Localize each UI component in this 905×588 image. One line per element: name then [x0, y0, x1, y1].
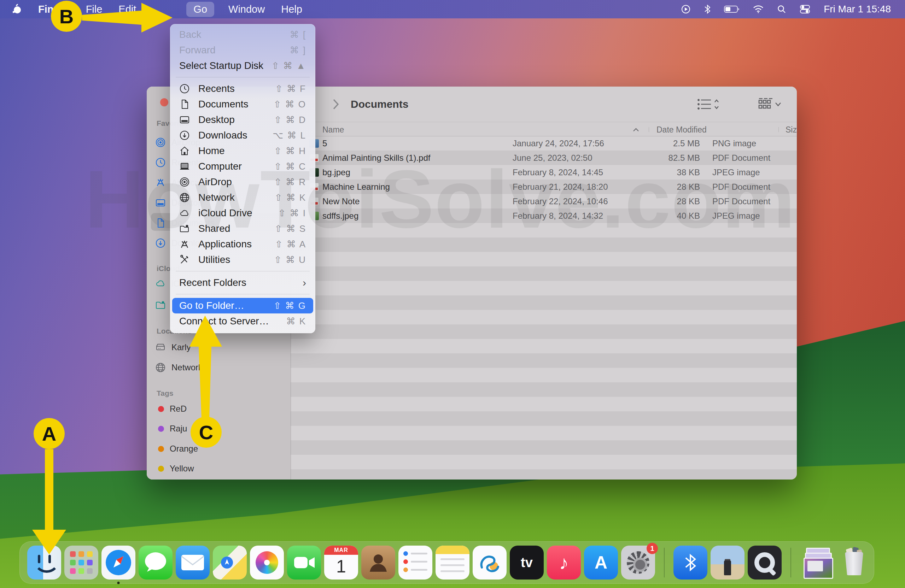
column-size[interactable]: Size: [786, 125, 797, 134]
menu-item-downloads[interactable]: Downloads ⌥ ⌘ L: [170, 128, 315, 143]
file-row[interactable]: 5 January 24, 2024, 17:56 2.5 MB PNG ima…: [291, 136, 797, 151]
file-row[interactable]: Animal Painting Skills (1).pdf June 25, …: [291, 151, 797, 165]
sidebar-item-karly[interactable]: Karly: [147, 338, 291, 357]
menu-item-recent-folders[interactable]: Recent Folders ›: [170, 275, 315, 290]
dock-notes[interactable]: [435, 545, 470, 580]
empty-row: [291, 469, 797, 480]
menu-bar-clock[interactable]: Fri Mar 1 15:48: [824, 3, 891, 15]
battery-icon[interactable]: [724, 5, 740, 13]
close-window-button[interactable]: [160, 98, 168, 106]
dock-trash[interactable]: [837, 545, 871, 580]
menu-separator: [176, 77, 310, 78]
dock-contacts[interactable]: [361, 545, 395, 580]
empty-row: [291, 266, 797, 281]
gear-hub: [633, 558, 647, 572]
file-row[interactable]: bg.jpeg February 8, 2024, 14:45 38 KB JP…: [291, 165, 797, 179]
image-capture-device: [724, 560, 731, 575]
tag-dot-yellow: [158, 466, 164, 472]
column-name[interactable]: Name: [322, 125, 344, 134]
menu-item-recents[interactable]: Recents ⇧ ⌘ F: [170, 81, 315, 97]
list-view-icon[interactable]: [697, 98, 720, 111]
menu-item-desktop[interactable]: Desktop ⇧ ⌘ D: [170, 112, 315, 128]
wifi-icon[interactable]: [753, 5, 764, 13]
dock-freeform[interactable]: [473, 545, 506, 580]
dock-photos[interactable]: [250, 545, 284, 580]
sort-ascending-icon[interactable]: [633, 128, 639, 132]
dock-messages[interactable]: [138, 545, 173, 580]
column-divider[interactable]: [778, 127, 779, 132]
appstore-a-glyph: A: [595, 552, 607, 573]
dock-bluetooth-exchange[interactable]: [673, 545, 707, 580]
dock-maps[interactable]: [213, 545, 247, 580]
menu-item-computer[interactable]: Computer ⇧ ⌘ C: [170, 158, 315, 174]
menu-item-airdrop[interactable]: AirDrop ⇧ ⌘ R: [170, 174, 315, 190]
document-icon: [179, 99, 191, 109]
empty-row: [291, 353, 797, 368]
go-menu: Back ⌘ [ Forward ⌘ ] Select Startup Disk…: [170, 24, 315, 333]
annotation-circle-b: B: [51, 1, 82, 32]
menu-separator: [176, 271, 310, 271]
bluetooth-icon[interactable]: [704, 4, 711, 14]
menu-item-select-startup-disk[interactable]: Select Startup Disk ⇧ ⌘ ▲: [170, 58, 315, 73]
tag-dot-red: [158, 406, 164, 412]
menu-item-go-to-folder[interactable]: Go to Folder… ⇧ ⌘ G: [172, 298, 313, 314]
annotation-circle-c: C: [191, 417, 222, 448]
calendar-day: 1: [324, 555, 358, 578]
menu-go[interactable]: Go: [186, 2, 214, 17]
menu-item-forward[interactable]: Forward ⌘ ]: [170, 43, 315, 58]
menu-window[interactable]: Window: [229, 3, 265, 15]
dock-quicktime[interactable]: [748, 545, 782, 580]
file-row[interactable]: sdffs.jpeg February 8, 2024, 14:32 40 KB…: [291, 209, 797, 223]
dock-mail[interactable]: [176, 545, 210, 580]
file-row[interactable]: Machine Learning February 21, 2024, 18:2…: [291, 179, 797, 194]
dock-system-settings[interactable]: 1: [621, 545, 655, 580]
menu-item-network[interactable]: Network ⇧ ⌘ K: [170, 190, 315, 205]
column-date-modified[interactable]: Date Modified: [656, 125, 707, 134]
menu-item-documents[interactable]: Documents ⇧ ⌘ O: [170, 97, 315, 112]
dock-launchpad[interactable]: [64, 545, 98, 580]
music-note-glyph: ♪: [559, 552, 569, 574]
annotation-circle-a: A: [33, 418, 65, 449]
empty-row: [291, 252, 797, 266]
menu-item-icloud-drive[interactable]: iCloud Drive ⇧ ⌘ I: [170, 205, 315, 221]
sidebar-tag-red[interactable]: ReD: [147, 399, 291, 419]
menu-item-connect-to-server[interactable]: Connect to Server… ⌘ K: [170, 314, 315, 329]
menu-file[interactable]: File: [86, 3, 103, 15]
dock-reminders[interactable]: [399, 545, 432, 580]
menu-item-utilities[interactable]: Utilities ⇧ ⌘ U: [170, 252, 315, 268]
file-list: 5 January 24, 2024, 17:56 2.5 MB PNG ima…: [291, 136, 797, 480]
tag-dot-orange: [158, 446, 164, 452]
stack-front-screenshot: [803, 558, 833, 579]
sidebar-tag-yellow[interactable]: Yellow: [147, 459, 291, 479]
spotlight-icon[interactable]: [777, 5, 786, 14]
menu-item-shared[interactable]: Shared ⇧ ⌘ S: [170, 221, 315, 236]
dock-safari[interactable]: [102, 545, 135, 580]
dock-screenshots-stack[interactable]: [800, 545, 834, 580]
download-circle-icon: [179, 130, 191, 141]
apple-menu-icon[interactable]: [13, 4, 22, 14]
group-view-icon[interactable]: [758, 98, 781, 111]
desktop: Finder File Edit Go Window Help Fri Mar …: [0, 0, 905, 588]
menu-item-applications[interactable]: Applications ⇧ ⌘ A: [170, 236, 315, 252]
sidebar-item-network[interactable]: Network: [147, 358, 291, 377]
menu-help[interactable]: Help: [281, 3, 302, 15]
dock-music[interactable]: ♪: [547, 545, 581, 580]
dock-app-store[interactable]: A: [584, 545, 618, 580]
column-divider[interactable]: [649, 127, 649, 132]
menu-item-back[interactable]: Back ⌘ [: [170, 27, 315, 43]
dock-calendar[interactable]: MAR 1: [324, 545, 358, 580]
list-header: Name Date Modified Size Kind: [291, 123, 797, 136]
sidebar-tag-orange[interactable]: Orange: [147, 439, 291, 459]
dock-image-capture[interactable]: [711, 545, 745, 580]
forward-icon[interactable]: [332, 98, 339, 110]
control-center-icon[interactable]: [800, 5, 810, 14]
dock-separator: [791, 548, 791, 577]
menu-item-home[interactable]: Home ⇧ ⌘ H: [170, 143, 315, 158]
file-row[interactable]: New Note February 22, 2024, 10:46 28 KB …: [291, 194, 797, 209]
dock-apple-tv[interactable]: tv: [510, 545, 544, 580]
empty-row: [291, 295, 797, 310]
empty-row: [291, 411, 797, 426]
dock-facetime[interactable]: [287, 545, 321, 580]
dock-finder[interactable]: [27, 545, 61, 580]
now-playing-icon[interactable]: [681, 4, 691, 14]
